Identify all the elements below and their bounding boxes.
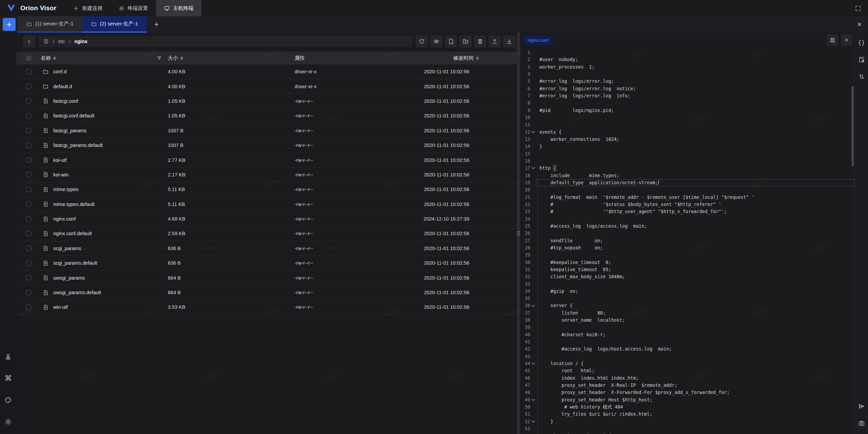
code-line[interactable]: 53 xyxy=(520,425,854,432)
sort-mtime-icon[interactable] xyxy=(476,56,479,60)
row-checkbox[interactable] xyxy=(26,113,31,118)
editor-scrollbar[interactable] xyxy=(851,86,854,166)
fold-chevron-icon[interactable] xyxy=(532,362,535,365)
row-checkbox[interactable] xyxy=(26,202,31,207)
add-tab-button[interactable]: + xyxy=(147,16,166,33)
file-name[interactable]: nginx.conf xyxy=(53,216,76,222)
menu-item-terminal-settings[interactable]: 终端设置 xyxy=(111,0,156,16)
code-line[interactable]: 21 #log_format main '$remote_addr - $rem… xyxy=(520,194,854,201)
sort-name-icon[interactable] xyxy=(53,56,56,60)
table-row[interactable]: mime.types 5.11 KB -rw-r--r-- 2020-11-01… xyxy=(16,182,517,197)
table-row[interactable]: fastcgi_params.default 1007 B -rw-r--r--… xyxy=(16,138,517,153)
select-all-checkbox[interactable] xyxy=(26,56,31,61)
code-line[interactable]: 5 #error_log logs/error.log; xyxy=(520,78,854,85)
row-checkbox[interactable] xyxy=(26,261,31,266)
braces-icon[interactable]: {} xyxy=(855,37,868,49)
code-line[interactable]: 31 keepalive_timeout 65; xyxy=(520,266,854,273)
table-row[interactable]: fastcgi.conf.default 1.05 KB -rw-r--r-- … xyxy=(16,109,517,123)
table-row[interactable]: mime.types.default 5.11 KB -rw-r--r-- 20… xyxy=(16,197,517,212)
close-panel-button[interactable]: ✕ xyxy=(851,16,868,33)
code-line[interactable]: 15 xyxy=(520,150,854,157)
code-line[interactable]: 47 proxy_set_header X-Real-IP $remote_ad… xyxy=(520,382,854,389)
breadcrumb[interactable]: / etc / nginx xyxy=(39,36,412,47)
file-name[interactable]: scgi_params.default xyxy=(53,260,97,266)
row-checkbox[interactable] xyxy=(26,231,31,236)
code-line[interactable]: 12 events { xyxy=(520,129,854,136)
send-icon[interactable] xyxy=(855,400,868,412)
code-line[interactable]: 28 #tcp_nopush on; xyxy=(520,244,854,251)
code-line[interactable]: 11 xyxy=(520,121,854,128)
code-line[interactable]: 9 #pid logs/nginx.pid; xyxy=(520,107,854,114)
breadcrumb-segment-nginx[interactable]: nginx xyxy=(74,39,87,44)
code-line[interactable]: 45 root html; xyxy=(520,367,854,374)
file-name[interactable]: fastcgi_params.default xyxy=(53,143,103,148)
file-name[interactable]: koi-win xyxy=(53,172,68,177)
code-line[interactable]: 18 include mime.types; xyxy=(520,172,854,179)
code-line[interactable]: 44 location / { xyxy=(520,360,854,367)
code-line[interactable]: 8 xyxy=(520,99,854,107)
code-line[interactable]: 2 #user nobody; xyxy=(520,56,854,63)
sort-size-icon[interactable] xyxy=(180,56,183,60)
table-row[interactable]: nginx.conf.default 2.59 KB -rw-r--r-- 20… xyxy=(16,226,517,241)
new-folder-button[interactable] xyxy=(459,35,472,48)
code-line[interactable]: 3 worker_processes 1; xyxy=(520,63,854,71)
column-name[interactable]: 名称 xyxy=(41,55,51,61)
camera-icon[interactable] xyxy=(855,417,868,429)
table-row[interactable]: conf.d 4.00 KB drwxr-xr-x 2020-11-01 10:… xyxy=(16,64,517,79)
table-row[interactable]: koi-utf 2.77 KB -rw-r--r-- 2020-11-01 10… xyxy=(16,153,517,167)
code-line[interactable]: 51 try_files $uri $uri/ /index.html; xyxy=(520,411,854,418)
row-checkbox[interactable] xyxy=(26,98,31,103)
code-line[interactable]: 23 # '"$http_user_agent" "$http_x_forwar… xyxy=(520,208,854,215)
code-line[interactable]: 37 listen 80; xyxy=(520,309,854,317)
table-row[interactable]: fastcgi.conf 1.05 KB -rw-r--r-- 2020-11-… xyxy=(16,94,517,109)
code-line[interactable]: 10 xyxy=(520,114,854,121)
file-name[interactable]: mime.types.default xyxy=(53,202,95,207)
file-name[interactable]: conf.d xyxy=(53,69,67,74)
table-row[interactable]: win-utf 3.53 KB -rw-r--r-- 2020-11-01 10… xyxy=(16,300,517,315)
code-line[interactable]: 40 #charset koi8-r; xyxy=(520,331,854,338)
row-checkbox[interactable] xyxy=(26,187,31,192)
bookmark-file-icon[interactable] xyxy=(855,54,868,66)
fold-chevron-icon[interactable] xyxy=(532,131,535,133)
row-checkbox[interactable] xyxy=(26,246,31,251)
table-row[interactable]: uwsgi_params 664 B -rw-r--r-- 2020-11-01… xyxy=(16,270,517,285)
delete-button[interactable] xyxy=(474,35,486,48)
code-editor[interactable]: 1 2 #user nobody; 3 worker_processes 1; … xyxy=(520,48,854,434)
panel-resize-handle[interactable] xyxy=(517,33,520,434)
tab-server-2-active[interactable]: (2) server-生产-1 xyxy=(82,16,147,33)
code-line[interactable]: 19 default_type application/octet-stream… xyxy=(520,179,854,186)
code-line[interactable]: 4 xyxy=(520,71,854,78)
code-line[interactable]: 33 xyxy=(520,281,854,288)
breadcrumb-segment-etc[interactable]: etc xyxy=(58,39,65,44)
code-line[interactable]: 20 xyxy=(520,186,854,193)
row-checkbox[interactable] xyxy=(26,275,31,280)
file-name[interactable]: nginx.conf.default xyxy=(53,231,92,236)
palette-icon[interactable] xyxy=(2,394,14,406)
swap-vertical-icon[interactable] xyxy=(855,71,868,83)
code-line[interactable]: 52 } xyxy=(520,418,854,425)
file-name[interactable]: uwsgi_params.default xyxy=(53,290,101,295)
code-line[interactable]: 39 xyxy=(520,324,854,331)
tab-server-1[interactable]: (1) server-生产-1 xyxy=(18,16,82,33)
row-checkbox[interactable] xyxy=(26,143,31,148)
menu-item-new-connection[interactable]: 新建连接 xyxy=(65,0,111,16)
code-line[interactable]: 17 http { xyxy=(520,165,854,172)
new-terminal-button[interactable]: + xyxy=(3,18,16,31)
table-row[interactable]: default.d 4.00 KB drwxr-xr-x 2020-11-01 … xyxy=(16,79,517,94)
code-line[interactable]: 38 server_name localhost; xyxy=(520,317,854,324)
filter-funnel-icon[interactable] xyxy=(157,56,162,61)
code-line[interactable]: 14 } xyxy=(520,143,854,150)
fold-chevron-icon[interactable] xyxy=(532,420,535,423)
code-line[interactable]: 49 proxy_set_header Host $http_host; xyxy=(520,396,854,403)
file-name[interactable]: fastcgi.conf.default xyxy=(53,113,94,118)
table-row[interactable]: scgi_params 636 B -rw-r--r-- 2020-11-01 … xyxy=(16,241,517,256)
code-line[interactable]: 6 #error_log logs/error.log notice; xyxy=(520,85,854,92)
file-name[interactable]: fastcgi_params xyxy=(53,128,86,133)
row-checkbox[interactable] xyxy=(26,216,31,222)
table-row[interactable]: fastcgi_params 1007 B -rw-r--r-- 2020-11… xyxy=(16,124,517,138)
code-line[interactable]: 25 #access_log logs/access.log main; xyxy=(520,223,854,230)
user-icon[interactable] xyxy=(2,351,14,363)
table-row[interactable]: uwsgi_params.default 664 B -rw-r--r-- 20… xyxy=(16,285,517,300)
close-editor-button[interactable] xyxy=(841,34,852,46)
upload-button[interactable] xyxy=(489,35,501,48)
